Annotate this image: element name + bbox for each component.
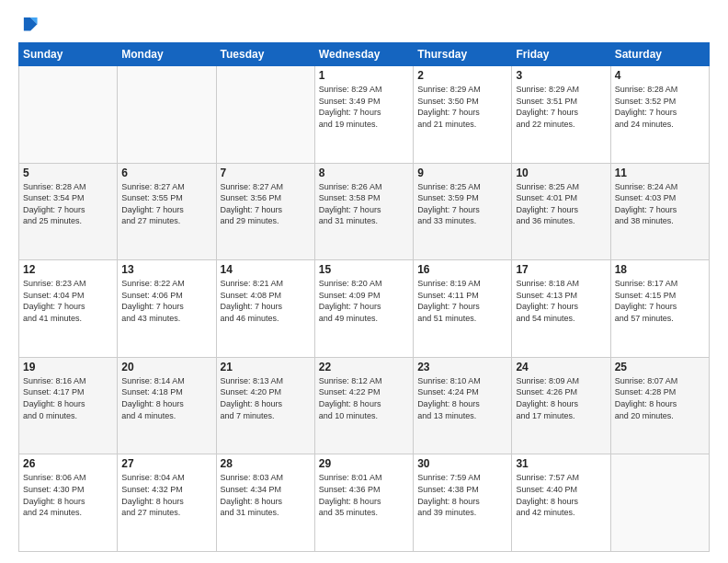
calendar-cell: 1Sunrise: 8:29 AM Sunset: 3:49 PM Daylig… (314, 66, 413, 164)
weekday-header: Sunday (19, 43, 118, 66)
day-info: Sunrise: 8:22 AM Sunset: 4:06 PM Dayligh… (121, 278, 211, 324)
calendar-cell: 16Sunrise: 8:19 AM Sunset: 4:11 PM Dayli… (414, 260, 512, 358)
day-info: Sunrise: 7:57 AM Sunset: 4:40 PM Dayligh… (516, 472, 606, 518)
weekday-header: Tuesday (216, 43, 314, 66)
day-info: Sunrise: 8:29 AM Sunset: 3:50 PM Dayligh… (417, 84, 507, 130)
day-info: Sunrise: 8:14 AM Sunset: 4:18 PM Dayligh… (121, 375, 211, 421)
day-number: 27 (121, 457, 211, 470)
day-info: Sunrise: 8:27 AM Sunset: 3:56 PM Dayligh… (221, 181, 311, 227)
day-number: 9 (417, 167, 507, 179)
day-number: 16 (417, 263, 507, 276)
day-info: Sunrise: 8:19 AM Sunset: 4:11 PM Dayligh… (417, 278, 507, 324)
day-info: Sunrise: 8:25 AM Sunset: 3:59 PM Dayligh… (417, 181, 507, 227)
calendar-cell: 26Sunrise: 8:06 AM Sunset: 4:30 PM Dayli… (19, 454, 118, 552)
day-number: 7 (221, 167, 311, 179)
day-number: 4 (615, 69, 705, 82)
day-number: 5 (23, 167, 113, 179)
day-number: 20 (121, 361, 211, 373)
calendar-cell: 14Sunrise: 8:21 AM Sunset: 4:08 PM Dayli… (216, 260, 314, 358)
day-info: Sunrise: 8:21 AM Sunset: 4:08 PM Dayligh… (221, 278, 311, 324)
day-number: 10 (516, 167, 606, 179)
day-info: Sunrise: 8:29 AM Sunset: 3:51 PM Dayligh… (516, 84, 606, 130)
calendar-cell: 23Sunrise: 8:10 AM Sunset: 4:24 PM Dayli… (414, 357, 512, 454)
day-info: Sunrise: 8:27 AM Sunset: 3:55 PM Dayligh… (121, 181, 211, 227)
day-number: 2 (417, 69, 507, 82)
day-number: 17 (516, 263, 606, 276)
day-number: 11 (615, 167, 705, 179)
day-info: Sunrise: 8:07 AM Sunset: 4:28 PM Dayligh… (615, 375, 705, 421)
calendar-cell: 19Sunrise: 8:16 AM Sunset: 4:17 PM Dayli… (19, 357, 118, 454)
day-number: 23 (417, 361, 507, 373)
day-info: Sunrise: 8:28 AM Sunset: 3:54 PM Dayligh… (23, 181, 113, 227)
calendar-cell (118, 66, 216, 164)
calendar-cell: 28Sunrise: 8:03 AM Sunset: 4:34 PM Dayli… (216, 454, 314, 552)
day-info: Sunrise: 8:06 AM Sunset: 4:30 PM Dayligh… (23, 472, 113, 518)
day-number: 31 (516, 457, 606, 470)
day-number: 8 (319, 167, 409, 179)
day-number: 19 (23, 361, 113, 373)
calendar-cell: 31Sunrise: 7:57 AM Sunset: 4:40 PM Dayli… (512, 454, 610, 552)
calendar-cell: 22Sunrise: 8:12 AM Sunset: 4:22 PM Dayli… (314, 357, 413, 454)
day-info: Sunrise: 8:01 AM Sunset: 4:36 PM Dayligh… (319, 472, 409, 518)
day-number: 25 (615, 361, 705, 373)
day-info: Sunrise: 8:16 AM Sunset: 4:17 PM Dayligh… (23, 375, 113, 421)
day-info: Sunrise: 8:17 AM Sunset: 4:15 PM Dayligh… (615, 278, 705, 324)
logo (18, 15, 40, 35)
day-info: Sunrise: 7:59 AM Sunset: 4:38 PM Dayligh… (417, 472, 507, 518)
day-number: 12 (23, 263, 113, 276)
day-info: Sunrise: 8:29 AM Sunset: 3:49 PM Dayligh… (319, 84, 409, 130)
day-info: Sunrise: 8:18 AM Sunset: 4:13 PM Dayligh… (516, 278, 606, 324)
calendar-cell: 30Sunrise: 7:59 AM Sunset: 4:38 PM Dayli… (414, 454, 512, 552)
calendar-table: SundayMondayTuesdayWednesdayThursdayFrid… (18, 42, 710, 552)
calendar-week-row: 5Sunrise: 8:28 AM Sunset: 3:54 PM Daylig… (19, 163, 710, 260)
weekday-header: Thursday (414, 43, 512, 66)
day-info: Sunrise: 8:24 AM Sunset: 4:03 PM Dayligh… (615, 181, 705, 227)
weekday-header: Wednesday (314, 43, 413, 66)
calendar-week-row: 26Sunrise: 8:06 AM Sunset: 4:30 PM Dayli… (19, 454, 710, 552)
day-info: Sunrise: 8:10 AM Sunset: 4:24 PM Dayligh… (417, 375, 507, 421)
day-info: Sunrise: 8:12 AM Sunset: 4:22 PM Dayligh… (319, 375, 409, 421)
calendar-cell (610, 454, 709, 552)
calendar-cell: 25Sunrise: 8:07 AM Sunset: 4:28 PM Dayli… (610, 357, 709, 454)
header (18, 15, 710, 35)
calendar-cell: 5Sunrise: 8:28 AM Sunset: 3:54 PM Daylig… (19, 163, 118, 260)
day-number: 18 (615, 263, 705, 276)
calendar-cell: 12Sunrise: 8:23 AM Sunset: 4:04 PM Dayli… (19, 260, 118, 358)
day-info: Sunrise: 8:03 AM Sunset: 4:34 PM Dayligh… (221, 472, 311, 518)
calendar-cell: 24Sunrise: 8:09 AM Sunset: 4:26 PM Dayli… (512, 357, 610, 454)
calendar-cell: 2Sunrise: 8:29 AM Sunset: 3:50 PM Daylig… (414, 66, 512, 164)
day-info: Sunrise: 8:09 AM Sunset: 4:26 PM Dayligh… (516, 375, 606, 421)
calendar-cell (19, 66, 118, 164)
weekday-header: Saturday (610, 43, 709, 66)
day-number: 15 (319, 263, 409, 276)
calendar-cell: 7Sunrise: 8:27 AM Sunset: 3:56 PM Daylig… (216, 163, 314, 260)
day-number: 24 (516, 361, 606, 373)
calendar-cell (216, 66, 314, 164)
calendar-cell: 21Sunrise: 8:13 AM Sunset: 4:20 PM Dayli… (216, 357, 314, 454)
day-number: 1 (319, 69, 409, 82)
day-number: 21 (221, 361, 311, 373)
calendar-cell: 27Sunrise: 8:04 AM Sunset: 4:32 PM Dayli… (118, 454, 216, 552)
day-info: Sunrise: 8:25 AM Sunset: 4:01 PM Dayligh… (516, 181, 606, 227)
day-number: 13 (121, 263, 211, 276)
calendar-week-row: 12Sunrise: 8:23 AM Sunset: 4:04 PM Dayli… (19, 260, 710, 358)
day-number: 30 (417, 457, 507, 470)
calendar-week-row: 1Sunrise: 8:29 AM Sunset: 3:49 PM Daylig… (19, 66, 710, 164)
calendar-cell: 18Sunrise: 8:17 AM Sunset: 4:15 PM Dayli… (610, 260, 709, 358)
calendar-cell: 15Sunrise: 8:20 AM Sunset: 4:09 PM Dayli… (314, 260, 413, 358)
calendar-cell: 29Sunrise: 8:01 AM Sunset: 4:36 PM Dayli… (314, 454, 413, 552)
logo-icon (18, 15, 39, 35)
day-number: 28 (221, 457, 311, 470)
calendar-cell: 4Sunrise: 8:28 AM Sunset: 3:52 PM Daylig… (610, 66, 709, 164)
calendar-cell: 9Sunrise: 8:25 AM Sunset: 3:59 PM Daylig… (414, 163, 512, 260)
calendar-week-row: 19Sunrise: 8:16 AM Sunset: 4:17 PM Dayli… (19, 357, 710, 454)
day-number: 26 (23, 457, 113, 470)
day-info: Sunrise: 8:13 AM Sunset: 4:20 PM Dayligh… (221, 375, 311, 421)
day-number: 14 (221, 263, 311, 276)
day-number: 3 (516, 69, 606, 82)
day-info: Sunrise: 8:26 AM Sunset: 3:58 PM Dayligh… (319, 181, 409, 227)
calendar-header-row: SundayMondayTuesdayWednesdayThursdayFrid… (19, 43, 710, 66)
calendar-cell: 6Sunrise: 8:27 AM Sunset: 3:55 PM Daylig… (118, 163, 216, 260)
calendar-cell: 10Sunrise: 8:25 AM Sunset: 4:01 PM Dayli… (512, 163, 610, 260)
calendar-cell: 13Sunrise: 8:22 AM Sunset: 4:06 PM Dayli… (118, 260, 216, 358)
